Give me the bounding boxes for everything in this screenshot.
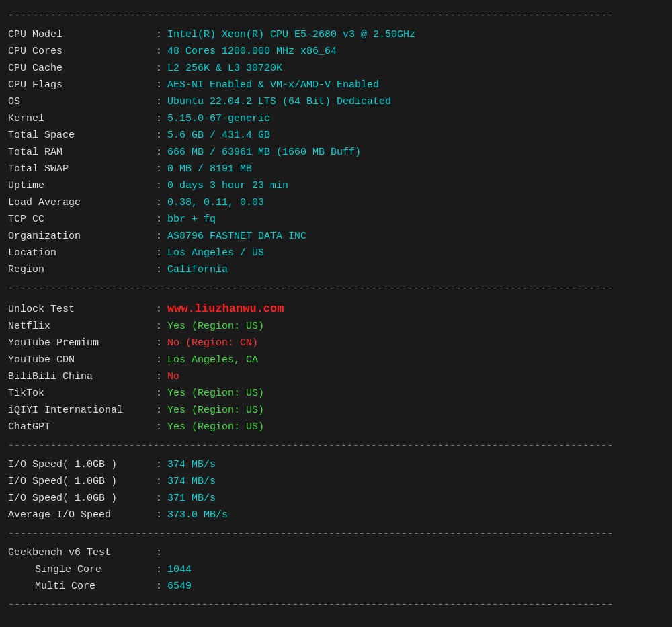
netflix-label: Netflix [8,319,156,335]
load-avg-row: Load Average : 0.38, 0.11, 0.03 [8,195,664,211]
io3-row: I/O Speed( 1.0GB ) : 371 MB/s [8,491,664,507]
cpu-model-row: CPU Model : Intel(R) Xeon(R) CPU E5-2680… [8,27,664,43]
tiktok-label: TikTok [8,386,156,402]
location-value: Los Angeles / US [167,245,264,261]
cpu-cores-row: CPU Cores : 48 Cores 1200.000 MHz x86_64 [8,44,664,60]
multi-core-row: Multi Core : 6549 [8,579,664,595]
website-value: www.liuzhanwu.com [167,300,284,318]
divider-bottom: ----------------------------------------… [8,597,664,614]
region-row: Region : California [8,262,664,278]
io1-value: 374 MB/s [167,457,216,473]
os-value: Ubuntu 22.04.2 LTS (64 Bit) Dedicated [167,94,391,110]
cpu-flags-label: CPU Flags [8,77,156,93]
tcp-cc-row: TCP CC : bbr + fq [8,212,664,228]
io3-value: 371 MB/s [167,491,216,507]
os-label: OS [8,94,156,110]
total-ram-row: Total RAM : 666 MB / 63961 MB (1660 MB B… [8,144,664,161]
tcp-cc-label: TCP CC [8,212,156,228]
iqiyi-value: Yes (Region: US) [167,403,264,419]
unlock-test-label: Unlock Test [8,302,156,318]
io2-value: 374 MB/s [167,474,216,490]
youtube-cdn-value: Los Angeles, CA [167,352,258,368]
organization-value: AS8796 FASTNET DATA INC [167,228,306,245]
youtube-cdn-label: YouTube CDN [8,352,156,368]
bilibili-value: No [167,369,179,385]
kernel-label: Kernel [8,111,156,127]
cpu-cache-label: CPU Cache [8,60,156,77]
location-row: Location : Los Angeles / US [8,245,664,261]
location-label: Location [8,245,156,261]
region-label: Region [8,262,156,278]
single-core-row: Single Core : 1044 [8,562,664,578]
tiktok-row: TikTok : Yes (Region: US) [8,386,664,402]
cpu-flags-row: CPU Flags : AES-NI Enabled & VM-x/AMD-V … [8,77,664,93]
io1-label: I/O Speed( 1.0GB ) [8,457,156,473]
io2-row: I/O Speed( 1.0GB ) : 374 MB/s [8,474,664,490]
divider-2: ----------------------------------------… [8,438,664,454]
load-avg-value: 0.38, 0.11, 0.03 [167,195,264,211]
total-swap-value: 0 MB / 8191 MB [167,161,252,177]
avg-io-value: 373.0 MB/s [167,507,228,524]
load-avg-label: Load Average [8,195,156,211]
terminal: ----------------------------------------… [0,0,672,627]
total-swap-label: Total SWAP [8,161,156,177]
os-row: OS : Ubuntu 22.04.2 LTS (64 Bit) Dedicat… [8,94,664,110]
cpu-flags-value: AES-NI Enabled & VM-x/AMD-V Enabled [167,77,379,93]
io3-label: I/O Speed( 1.0GB ) [8,491,156,507]
bilibili-label: BiliBili China [8,369,156,385]
cpu-model-value: Intel(R) Xeon(R) CPU E5-2680 v3 @ 2.50GH… [167,27,415,43]
organization-label: Organization [8,228,156,245]
multi-core-label: Multi Core [8,579,156,595]
divider-3: ----------------------------------------… [8,526,664,542]
cpu-cores-label: CPU Cores [8,44,156,60]
multi-core-value: 6549 [167,579,192,595]
divider-top: ----------------------------------------… [8,8,664,24]
unlock-test-row: Unlock Test : www.liuzhanwu.com [8,300,664,318]
unlock-section: Unlock Test : www.liuzhanwu.com Netflix … [8,300,664,435]
cpu-cores-value: 48 Cores 1200.000 MHz x86_64 [167,44,337,60]
io1-row: I/O Speed( 1.0GB ) : 374 MB/s [8,457,664,473]
total-space-row: Total Space : 5.6 GB / 431.4 GB [8,128,664,144]
io-section: I/O Speed( 1.0GB ) : 374 MB/s I/O Speed(… [8,457,664,524]
geekbench-test-label: Geekbench v6 Test [8,545,156,561]
divider-1: ----------------------------------------… [8,281,664,297]
chatgpt-label: ChatGPT [8,419,156,435]
cpu-model-label: CPU Model [8,27,156,43]
youtube-premium-value: No (Region: CN) [167,335,258,351]
total-ram-label: Total RAM [8,144,156,161]
tcp-cc-value: bbr + fq [167,212,216,228]
single-core-label: Single Core [8,562,156,578]
organization-row: Organization : AS8796 FASTNET DATA INC [8,228,664,245]
chatgpt-value: Yes (Region: US) [167,419,264,435]
io2-label: I/O Speed( 1.0GB ) [8,474,156,490]
cpu-cache-row: CPU Cache : L2 256K & L3 30720K [8,60,664,77]
uptime-label: Uptime [8,178,156,194]
bilibili-row: BiliBili China : No [8,369,664,385]
avg-io-label: Average I/O Speed [8,507,156,524]
kernel-row: Kernel : 5.15.0-67-generic [8,111,664,127]
region-value: California [167,262,228,278]
tiktok-value: Yes (Region: US) [167,386,264,402]
chatgpt-row: ChatGPT : Yes (Region: US) [8,419,664,435]
total-swap-row: Total SWAP : 0 MB / 8191 MB [8,161,664,177]
system-info-section: CPU Model : Intel(R) Xeon(R) CPU E5-2680… [8,27,664,278]
youtube-premium-row: YouTube Premium : No (Region: CN) [8,335,664,351]
netflix-row: Netflix : Yes (Region: US) [8,319,664,335]
netflix-value: Yes (Region: US) [167,319,264,335]
kernel-value: 5.15.0-67-generic [167,111,270,127]
total-space-label: Total Space [8,128,156,144]
geekbench-section: Geekbench v6 Test : Single Core : 1044 M… [8,545,664,595]
total-ram-value: 666 MB / 63961 MB (1660 MB Buff) [167,144,361,161]
uptime-row: Uptime : 0 days 3 hour 23 min [8,178,664,194]
cpu-cache-value: L2 256K & L3 30720K [167,60,282,77]
single-core-value: 1044 [167,562,192,578]
uptime-value: 0 days 3 hour 23 min [167,178,288,194]
youtube-cdn-row: YouTube CDN : Los Angeles, CA [8,352,664,368]
total-space-value: 5.6 GB / 431.4 GB [167,128,270,144]
youtube-premium-label: YouTube Premium [8,335,156,351]
iqiyi-row: iQIYI International : Yes (Region: US) [8,403,664,419]
avg-io-row: Average I/O Speed : 373.0 MB/s [8,507,664,524]
geekbench-test-row: Geekbench v6 Test : [8,545,664,561]
iqiyi-label: iQIYI International [8,403,156,419]
